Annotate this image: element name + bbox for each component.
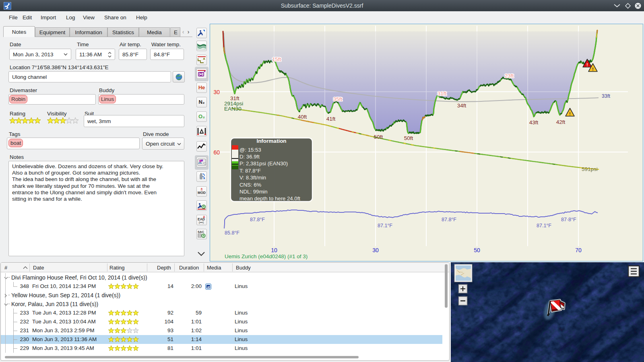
svg-text:@: 15:53: @: 15:53 xyxy=(239,147,261,153)
svg-text:87.8°F: 87.8°F xyxy=(250,217,265,222)
svg-text:87.1°F: 87.1°F xyxy=(537,223,551,228)
svg-text:+: + xyxy=(203,215,205,219)
svg-text:33ft: 33ft xyxy=(602,93,610,99)
svg-text:D: 36.9ft: D: 36.9ft xyxy=(239,154,260,160)
svg-text:41ft: 41ft xyxy=(326,116,336,122)
svg-text:50ft: 50ft xyxy=(374,134,383,140)
svg-text:T: 87.8°F: T: 87.8°F xyxy=(239,168,261,174)
svg-text:Uemis Zurich (e04d0248) (#1 of: Uemis Zurich (e04d0248) (#1 of 3) xyxy=(225,253,308,259)
svg-text:87·8°F: 87·8°F xyxy=(561,217,576,222)
svg-text:EAN30: EAN30 xyxy=(224,106,242,112)
svg-text:NDL: 99min: NDL: 99min xyxy=(239,189,268,195)
svg-text:87.1°F: 87.1°F xyxy=(378,223,392,228)
svg-text:30: 30 xyxy=(372,247,379,253)
svg-text:mean depth to here 24.0ft: mean depth to here 24.0ft xyxy=(239,195,300,202)
svg-text:43ft: 43ft xyxy=(529,119,539,125)
svg-text:87.8°F: 87.8°F xyxy=(442,217,456,222)
svg-text:35ft: 35ft xyxy=(333,96,343,102)
svg-text:MOD: MOD xyxy=(198,191,206,195)
svg-text:P: 2,381psi (EAN30): P: 2,381psi (EAN30) xyxy=(239,160,288,167)
svg-text:70: 70 xyxy=(575,247,582,253)
svg-text:42ft: 42ft xyxy=(556,119,566,125)
svg-text:Information: Information xyxy=(256,138,286,144)
svg-text:50ft: 50ft xyxy=(404,135,413,141)
svg-text:10: 10 xyxy=(271,247,277,253)
svg-text:CNS: 6%: CNS: 6% xyxy=(239,182,262,188)
svg-text:!: ! xyxy=(592,67,593,72)
svg-text:40ft: 40ft xyxy=(298,114,307,120)
svg-text:V: 8.3ft/min: V: 8.3ft/min xyxy=(239,175,266,181)
svg-text:31ft: 31ft xyxy=(438,90,447,97)
svg-text:!: ! xyxy=(569,112,570,116)
svg-text:30: 30 xyxy=(213,89,220,95)
svg-text:85.8°F: 85.8°F xyxy=(225,230,239,236)
svg-text:15ft: 15ft xyxy=(272,56,281,62)
svg-text:!: ! xyxy=(586,63,588,67)
svg-text:60: 60 xyxy=(213,149,220,156)
svg-text:34ft: 34ft xyxy=(457,103,466,109)
svg-text:SAC: SAC xyxy=(198,230,204,234)
svg-text:±: ± xyxy=(201,187,203,191)
svg-text:50: 50 xyxy=(474,247,480,253)
svg-text:(•••): (•••) xyxy=(199,221,204,224)
svg-text:591psi: 591psi xyxy=(582,166,598,172)
svg-text:23ft: 23ft xyxy=(505,73,514,79)
